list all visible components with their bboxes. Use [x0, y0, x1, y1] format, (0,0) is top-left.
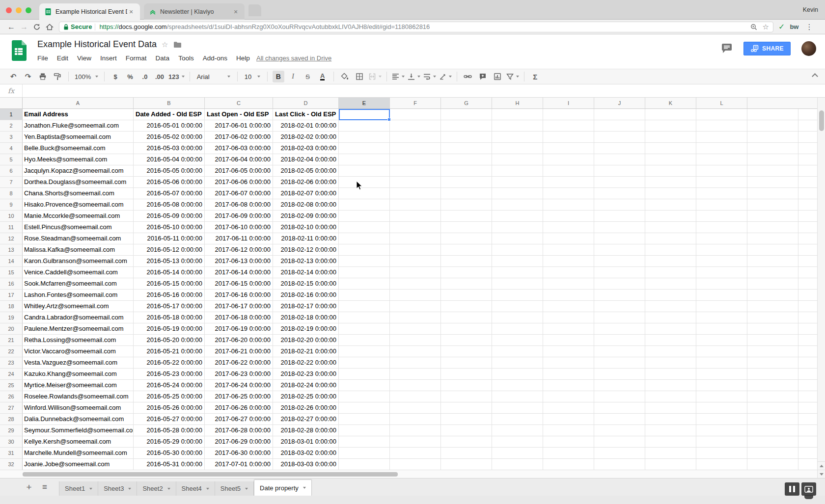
cell-C14[interactable]: 2017-06-13 0:00:00 — [205, 256, 273, 267]
cell-A25[interactable]: Myrtice.Meiser@someemail.com — [23, 380, 134, 391]
cell-F2[interactable] — [390, 120, 441, 132]
cell-B10[interactable]: 2016-05-09 0:00:00 — [134, 211, 205, 222]
cell-K25[interactable] — [645, 380, 696, 391]
cell-C23[interactable]: 2017-06-22 0:00:00 — [205, 357, 273, 369]
recording-camera-button[interactable] — [801, 482, 816, 496]
cell-D15[interactable]: 2018-02-14 0:00:00 — [273, 267, 339, 278]
cell-J26[interactable] — [594, 391, 645, 402]
cell-I9[interactable] — [543, 199, 594, 211]
cell-A29[interactable]: Seymour.Sommerfield@someemail.com — [23, 425, 134, 436]
cell-I23[interactable] — [543, 357, 594, 369]
row-header-21[interactable]: 21 — [0, 335, 23, 346]
cell-L21[interactable] — [696, 335, 747, 346]
cell-F11[interactable] — [390, 222, 441, 233]
cell-K11[interactable] — [645, 222, 696, 233]
increase-decimals-button[interactable]: .00 — [154, 71, 165, 82]
cell-D28[interactable]: 2018-02-27 0:00:00 — [273, 414, 339, 425]
cell-A1[interactable]: Email Address — [23, 109, 134, 120]
row-header-14[interactable]: 14 — [0, 256, 23, 267]
cell-E32[interactable] — [339, 459, 390, 470]
cell-K32[interactable] — [645, 459, 696, 470]
cell-C6[interactable]: 2017-06-05 0:00:00 — [205, 165, 273, 177]
cell-I22[interactable] — [543, 346, 594, 357]
browser-profile-name[interactable]: Kevin — [803, 6, 818, 13]
cell-J30[interactable] — [594, 436, 645, 448]
cell-G28[interactable] — [441, 414, 492, 425]
window-fullscreen-button[interactable] — [26, 7, 31, 13]
cell-I15[interactable] — [543, 267, 594, 278]
cell-F31[interactable] — [390, 448, 441, 459]
tab-close-icon[interactable]: × — [127, 8, 135, 16]
cell-L23[interactable] — [696, 357, 747, 369]
cell-G26[interactable] — [441, 391, 492, 402]
cell-K12[interactable] — [645, 233, 696, 244]
cell-E2[interactable] — [339, 120, 390, 132]
cell-I14[interactable] — [543, 256, 594, 267]
cell-G23[interactable] — [441, 357, 492, 369]
sheet-tab-dropdown-icon[interactable] — [206, 488, 209, 490]
cell-J10[interactable] — [594, 211, 645, 222]
selected-cell-outline[interactable] — [339, 109, 390, 120]
cell-K21[interactable] — [645, 335, 696, 346]
create-filter-button[interactable] — [506, 71, 519, 82]
cell-G29[interactable] — [441, 425, 492, 436]
cell-E5[interactable] — [339, 154, 390, 165]
merge-cells-button[interactable] — [368, 71, 382, 82]
row-header-4[interactable]: 4 — [0, 143, 23, 154]
cell-B18[interactable]: 2016-05-17 0:00:00 — [134, 301, 205, 312]
cell-I30[interactable] — [543, 436, 594, 448]
cell-H18[interactable] — [492, 301, 543, 312]
row-header-7[interactable]: 7 — [0, 177, 23, 188]
insert-link-button[interactable] — [462, 71, 474, 82]
horizontal-align-button[interactable] — [392, 71, 405, 82]
cell-D29[interactable]: 2018-02-28 0:00:00 — [273, 425, 339, 436]
italic-button[interactable]: I — [287, 71, 299, 82]
cell-B3[interactable]: 2016-05-02 0:00:00 — [134, 132, 205, 143]
cell-C12[interactable]: 2017-06-11 0:00:00 — [205, 233, 273, 244]
cell-H6[interactable] — [492, 165, 543, 177]
cell-L11[interactable] — [696, 222, 747, 233]
cell-H30[interactable] — [492, 436, 543, 448]
cell-I12[interactable] — [543, 233, 594, 244]
cell-G1[interactable] — [441, 109, 492, 120]
cell-J32[interactable] — [594, 459, 645, 470]
extension-bw-icon[interactable]: bw — [790, 23, 798, 30]
cell-B23[interactable]: 2016-05-22 0:00:00 — [134, 357, 205, 369]
cell-H27[interactable] — [492, 402, 543, 414]
font-family-select[interactable]: Arial — [195, 71, 232, 82]
cell-L7[interactable] — [696, 177, 747, 188]
cell-I7[interactable] — [543, 177, 594, 188]
row-header-6[interactable]: 6 — [0, 165, 23, 177]
cell-C19[interactable]: 2017-06-18 0:00:00 — [205, 312, 273, 323]
column-header-C[interactable]: C — [205, 98, 273, 109]
row-header-29[interactable]: 29 — [0, 425, 23, 436]
cell-A3[interactable]: Yen.Baptista@someemail.com — [23, 132, 134, 143]
cell-L15[interactable] — [696, 267, 747, 278]
cell-K2[interactable] — [645, 120, 696, 132]
cell-B22[interactable]: 2016-05-21 0:00:00 — [134, 346, 205, 357]
cell-B28[interactable]: 2016-05-27 0:00:00 — [134, 414, 205, 425]
cell-J20[interactable] — [594, 323, 645, 335]
tab-close-icon[interactable]: × — [232, 8, 240, 16]
cell-E18[interactable] — [339, 301, 390, 312]
menu-tools[interactable]: Tools — [174, 53, 198, 63]
cell-J3[interactable] — [594, 132, 645, 143]
cell-F20[interactable] — [390, 323, 441, 335]
cell-L2[interactable] — [696, 120, 747, 132]
cell-D13[interactable]: 2018-02-12 0:00:00 — [273, 244, 339, 256]
bookmark-star-icon[interactable]: ☆ — [763, 23, 769, 31]
cell-H14[interactable] — [492, 256, 543, 267]
cell-K14[interactable] — [645, 256, 696, 267]
vertical-scrollbar-thumb[interactable] — [819, 110, 824, 131]
cell-L26[interactable] — [696, 391, 747, 402]
cell-A13[interactable]: Malissa.Kafka@someemail.com — [23, 244, 134, 256]
row-header-30[interactable]: 30 — [0, 436, 23, 448]
column-header-B[interactable]: B — [134, 98, 205, 109]
cell-F13[interactable] — [390, 244, 441, 256]
cell-A16[interactable]: Sook.Mcfarren@someemail.com — [23, 278, 134, 290]
cell-B7[interactable]: 2016-05-06 0:00:00 — [134, 177, 205, 188]
cell-D16[interactable]: 2018-02-15 0:00:00 — [273, 278, 339, 290]
cell-H20[interactable] — [492, 323, 543, 335]
cell-A19[interactable]: Candra.Labrador@someemail.com — [23, 312, 134, 323]
cell-I25[interactable] — [543, 380, 594, 391]
